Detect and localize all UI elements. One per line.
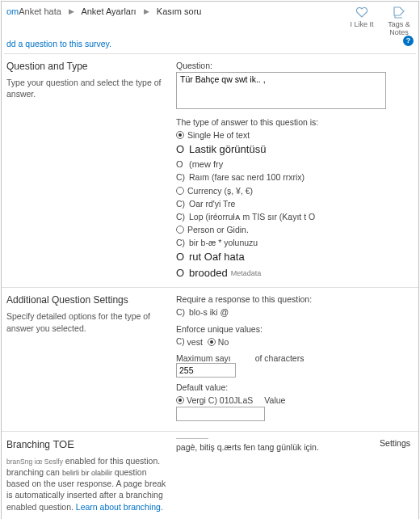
- require-option[interactable]: C)blo-s iki @: [176, 306, 414, 319]
- type-choice[interactable]: O(mew fry: [176, 158, 414, 171]
- section-desc: branSng iœ Seslfy enabled for this quest…: [6, 455, 168, 513]
- max-label-a: Maximum sayı: [176, 353, 231, 363]
- section-question-type: Question and Type Type your question and…: [2, 54, 418, 288]
- type-lookup[interactable]: C)Lop (iréorrułᴀ m TIS sır (Kayıt t O: [176, 210, 414, 223]
- crumb-settings[interactable]: Anket Ayarları: [81, 6, 136, 16]
- tags-notes-button[interactable]: Tags & Notes: [384, 5, 414, 37]
- radio-icon[interactable]: [176, 226, 184, 234]
- chevron-right-icon: ▶: [144, 7, 149, 15]
- radio-icon[interactable]: [176, 131, 184, 139]
- default-text[interactable]: Vergi C) 010JLaS: [176, 395, 253, 405]
- question-textarea[interactable]: [176, 72, 386, 109]
- max-label-b: of characters: [255, 353, 304, 363]
- type-person[interactable]: Person or Gidin.: [176, 223, 414, 236]
- tags-label: Tags & Notes: [388, 20, 410, 36]
- radio-icon[interactable]: [176, 396, 184, 404]
- section-title: Branching TOE: [6, 438, 168, 450]
- require-label: Require a response to this question:: [176, 294, 414, 304]
- header: omAnket hata ▶ Anket Ayarları ▶ Kasım so…: [2, 2, 418, 39]
- help-icon[interactable]: ?: [403, 36, 414, 46]
- like-label: I Like It: [350, 20, 373, 28]
- branching-text: pagè, bitiş q.ærts fen tang günlük için.: [176, 442, 319, 452]
- unique-label: Enforce unique values:: [176, 324, 414, 334]
- radio-icon[interactable]: [208, 338, 216, 346]
- learn-branching-link[interactable]: Learn about branching.: [76, 502, 163, 512]
- type-image[interactable]: OLastik görüntüsü: [176, 141, 414, 158]
- question-label: Question:: [176, 61, 414, 70]
- section-title: Question and Type: [6, 61, 168, 72]
- default-calc[interactable]: Value: [264, 395, 285, 405]
- type-external[interactable]: Orut Oaf hata: [176, 249, 414, 265]
- crumb-current: Kasım soru: [157, 6, 202, 16]
- section-additional-settings: Additional Question Settings Specify det…: [2, 287, 418, 430]
- type-currency[interactable]: Currency (ș, ¥, €): [176, 184, 414, 197]
- section-desc: Type your question and select the type o…: [6, 77, 168, 99]
- default-label: Default value:: [176, 382, 414, 392]
- unique-yes[interactable]: C)vest: [176, 337, 203, 347]
- page-subtitle[interactable]: dd a question to this survey.: [2, 39, 116, 53]
- type-single-line[interactable]: Single He of text: [176, 129, 414, 141]
- type-label: The type of answer to this question is:: [176, 117, 414, 127]
- crumb-app[interactable]: Anket hata: [19, 6, 61, 16]
- chevron-right-icon: ▶: [69, 7, 74, 15]
- like-it-button[interactable]: I Like It: [347, 5, 376, 37]
- tags-icon: [392, 5, 406, 19]
- type-datetime[interactable]: C)Oar rd'yi Tre: [176, 197, 414, 210]
- unique-no[interactable]: No: [208, 337, 229, 347]
- type-number[interactable]: C)Raım (fare sac nerd 100 rrxrix): [176, 171, 414, 184]
- section-desc: Specify detailed options for the type of…: [6, 310, 168, 333]
- radio-icon[interactable]: [176, 187, 184, 195]
- branching-settings-link[interactable]: Settings: [380, 438, 414, 448]
- crumb-home[interactable]: om: [6, 6, 19, 16]
- breadcrumb: omAnket hata ▶ Anket Ayarları ▶ Kasım so…: [6, 5, 347, 16]
- heart-icon: [355, 5, 369, 19]
- max-chars-input[interactable]: [176, 363, 236, 378]
- type-managed-metadata[interactable]: ObroodedMetadata: [176, 265, 414, 281]
- section-title: Additional Question Settings: [6, 294, 168, 306]
- section-branching: Branching TOE branSng iœ Seslfy enabled …: [2, 431, 418, 519]
- type-separator[interactable]: C)bir b-æ * yolunuzu: [176, 236, 414, 249]
- default-value-input[interactable]: [176, 407, 265, 421]
